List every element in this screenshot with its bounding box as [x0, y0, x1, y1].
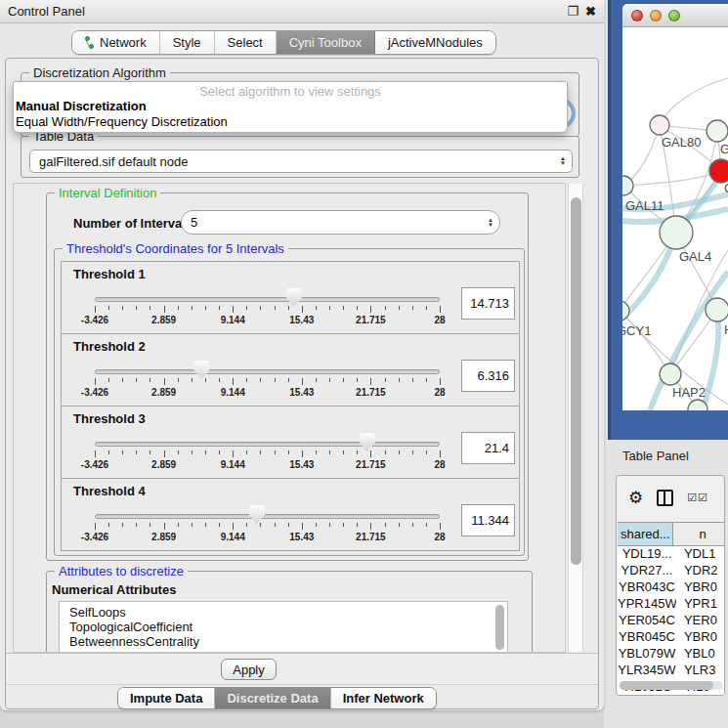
split-columns-icon[interactable] — [657, 490, 673, 506]
attribute-list-item[interactable]: BetweennessCentrality — [69, 634, 507, 649]
tick-label: 21.715 — [356, 459, 386, 470]
tab-select[interactable]: Select — [215, 31, 277, 54]
slider-thumb[interactable] — [193, 361, 209, 379]
threshold-value-field[interactable]: 6.316 — [461, 360, 515, 392]
column-header-shared-name[interactable]: shared... — [618, 523, 673, 545]
table-row[interactable]: YER054CYER0 — [618, 613, 725, 629]
shared-name-cell[interactable]: YBL079W — [618, 646, 676, 663]
shared-name-cell[interactable]: YER054C — [618, 613, 676, 629]
tab-impute-data[interactable]: Impute Data — [118, 688, 215, 708]
gear-icon[interactable]: ⚙ — [628, 488, 643, 508]
name-cell[interactable]: YPR1 — [676, 596, 725, 613]
threshold-label: Threshold 1 — [73, 267, 146, 281]
tick-mark — [95, 378, 96, 385]
tick-mark — [108, 306, 109, 310]
column-header-name[interactable]: n — [673, 523, 725, 545]
settings-vertical-scrollbar[interactable] — [568, 184, 583, 652]
shared-name-cell[interactable]: YDR27... — [618, 563, 676, 579]
name-cell[interactable]: YBR0 — [676, 629, 725, 646]
network-edge[interactable] — [623, 125, 660, 186]
tick-mark — [426, 306, 427, 310]
network-node-label: GAL80 — [662, 135, 701, 150]
table-header-row: shared... n — [618, 522, 725, 546]
slider-track[interactable] — [95, 442, 440, 447]
slider-thumb[interactable] — [286, 288, 302, 307]
float-window-icon[interactable]: ❐ — [567, 5, 578, 18]
name-cell[interactable]: YDL1 — [676, 546, 725, 563]
table-row[interactable]: YBL079WYBL0 — [618, 646, 725, 663]
threshold-value-field[interactable]: 14.713 — [461, 287, 515, 320]
name-cell[interactable]: YBL0 — [676, 646, 725, 663]
table-data-combobox[interactable]: galFiltered.sif default node ▲▼ — [29, 150, 573, 173]
dropdown-option-manual-discretization[interactable]: Manual Discretization — [14, 99, 567, 114]
dropdown-hint: Select algorithm to view settings — [14, 82, 567, 99]
zoom-traffic-light[interactable] — [668, 10, 680, 21]
table-row[interactable]: YBR043CYBR0 — [618, 579, 725, 596]
name-cell[interactable]: YLR3 — [676, 663, 725, 679]
checkboxes-icon[interactable]: ☑☑ — [687, 492, 708, 504]
close-window-icon[interactable]: ✖ — [585, 5, 596, 18]
apply-button[interactable]: Apply — [221, 659, 277, 680]
name-cell[interactable]: YBR0 — [676, 579, 725, 596]
table-row[interactable]: YDL19...YDL1 — [618, 546, 725, 563]
tick-mark — [329, 378, 330, 382]
network-node[interactable] — [707, 120, 728, 142]
slider-thumb[interactable] — [360, 433, 375, 451]
network-edge[interactable] — [622, 311, 670, 374]
network-node[interactable] — [660, 216, 693, 249]
tick-label: 15.43 — [289, 459, 314, 470]
tab-network[interactable]: Network — [72, 31, 160, 54]
tab-jactivemnodules[interactable]: jActiveMNodules — [375, 31, 495, 54]
minimize-traffic-light[interactable] — [650, 10, 662, 21]
slider-track[interactable] — [95, 369, 440, 374]
thresholds-group-title: Threshold's Coordinates for 5 Intervals — [63, 241, 288, 256]
table-row[interactable]: YPR145WYPR1 — [618, 596, 725, 613]
shared-name-cell[interactable]: YLR345W — [618, 663, 676, 679]
name-cell[interactable]: YDR2 — [676, 563, 725, 579]
tab-style[interactable]: Style — [160, 31, 215, 54]
network-node[interactable] — [622, 301, 629, 321]
threshold-panel: Threshold 2-3.4262.8599.14415.4321.71528… — [61, 333, 520, 407]
table-row[interactable]: YLR345WYLR3 — [618, 663, 725, 679]
network-node[interactable] — [650, 115, 669, 135]
table-row[interactable]: YDR27...YDR2 — [618, 563, 725, 579]
tick-mark — [150, 378, 150, 382]
tick-mark — [343, 523, 344, 527]
slider-tick-labels: -3.4262.8599.14415.4321.71528 — [95, 459, 440, 471]
threshold-value-field[interactable]: 11.344 — [461, 504, 515, 536]
network-node[interactable] — [709, 159, 728, 183]
apply-footer: Apply — [6, 653, 598, 685]
shared-name-cell[interactable]: YPR145W — [618, 596, 676, 613]
attributes-list-scrollbar[interactable] — [495, 605, 504, 650]
network-canvas[interactable]: GAL80GCGAL11GAL4GCY1HHAP2 — [622, 27, 728, 410]
slider-track[interactable] — [95, 297, 440, 302]
network-edge[interactable] — [660, 78, 728, 125]
dropdown-option-equal-width-frequency[interactable]: Equal Width/Frequency Discretization — [14, 114, 567, 130]
shared-name-cell[interactable]: YBR045C — [618, 629, 676, 646]
numerical-attributes-list[interactable]: SelfLoopsTopologicalCoefficientBetweenne… — [59, 601, 508, 653]
attribute-list-item[interactable]: TopologicalCoefficient — [69, 620, 507, 634]
tick-mark — [370, 450, 371, 457]
tab-infer-network[interactable]: Infer Network — [331, 688, 436, 708]
table-row[interactable]: YBR045CYBR0 — [618, 629, 725, 646]
tick-mark — [205, 450, 206, 454]
table-horizontal-scrollbar[interactable] — [620, 681, 723, 690]
tick-mark — [219, 450, 220, 454]
slider-thumb[interactable] — [249, 505, 265, 524]
scrollbar-thumb[interactable] — [571, 197, 581, 565]
scrollbar-thumb[interactable] — [620, 681, 713, 690]
shared-name-cell[interactable]: YDL19... — [618, 546, 676, 563]
network-node[interactable] — [660, 364, 681, 385]
number-of-intervals-combobox[interactable]: 5 ▲▼ — [181, 210, 500, 235]
name-cell[interactable]: YER0 — [676, 613, 725, 629]
attribute-list-item[interactable]: SelfLoops — [69, 605, 507, 620]
tick-mark — [440, 450, 441, 457]
close-traffic-light[interactable] — [631, 10, 643, 21]
shared-name-cell[interactable]: YBR043C — [618, 579, 676, 596]
tab-cyni-toolbox[interactable]: Cyni Toolbox — [277, 31, 375, 54]
slider-track[interactable] — [95, 514, 440, 519]
tick-mark — [412, 306, 413, 310]
network-node[interactable] — [706, 298, 728, 321]
tab-discretize-data[interactable]: Discretize Data — [215, 688, 330, 708]
threshold-value-field[interactable]: 21.4 — [461, 432, 515, 464]
